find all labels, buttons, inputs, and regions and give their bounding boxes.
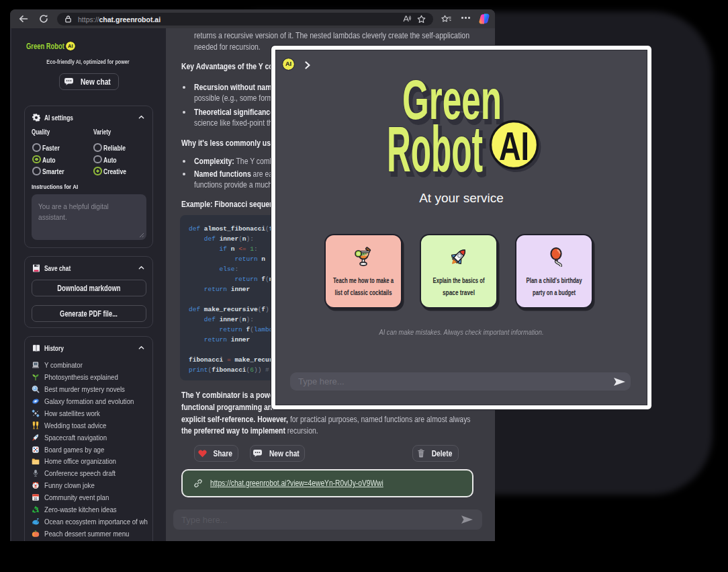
- svg-text:Green Robot: Green Robot: [26, 41, 64, 51]
- svg-text:list of classic cocktails: list of classic cocktails: [335, 288, 392, 296]
- svg-text:space travel: space travel: [443, 288, 475, 296]
- svg-text:31: 31: [34, 497, 38, 501]
- svg-text:Explain the basics of: Explain the basics of: [433, 276, 485, 284]
- svg-text:Teach me how to make a: Teach me how to make a: [333, 276, 394, 284]
- svg-text:party on a budget: party on a budget: [533, 288, 576, 296]
- svg-text:Robot: Robot: [387, 113, 483, 185]
- svg-text:AI: AI: [499, 124, 529, 169]
- svg-text:Plan a child's birthday: Plan a child's birthday: [526, 276, 582, 284]
